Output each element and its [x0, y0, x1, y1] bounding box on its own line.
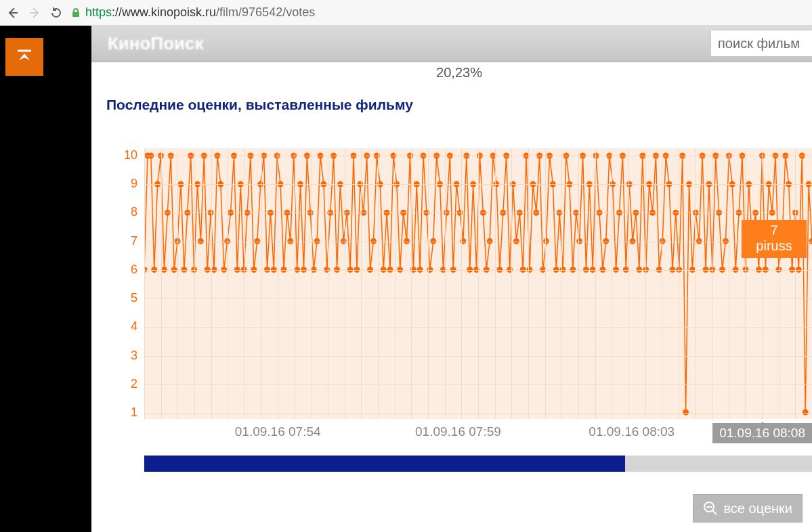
chart-plot-area[interactable]: [144, 148, 812, 419]
reload-button[interactable]: [49, 5, 64, 20]
forward-button[interactable]: [27, 5, 42, 20]
stat-value: 20,23%: [106, 65, 812, 81]
section-heading: Последние оценки, выставленные фильму: [106, 97, 812, 113]
browser-chrome: https://www.kinopoisk.ru/film/976542/vot…: [0, 0, 812, 26]
content: 20,23% Последние оценки, выставленные фи…: [91, 65, 812, 439]
y-tick: 7: [131, 234, 137, 248]
chart-scrub-filled: [144, 456, 625, 472]
back-button[interactable]: [5, 5, 20, 20]
chart[interactable]: 7 piruss 01.09.16 08:08 01.09.16 07:5401…: [106, 148, 812, 439]
site-header: КиноПоиск поиск фильм: [91, 26, 812, 62]
x-tick: 01.09.16 07:54: [235, 424, 321, 439]
y-tick: 10: [124, 148, 137, 162]
left-gutter: [0, 26, 91, 532]
y-tick: 9: [131, 177, 137, 191]
zoom-out-icon: [703, 501, 718, 516]
y-tick: 1: [131, 405, 137, 420]
y-tick: 6: [131, 262, 137, 276]
lock-icon: [70, 7, 81, 18]
site-logo[interactable]: КиноПоиск: [108, 33, 203, 54]
zoom-out-button[interactable]: все оценки: [693, 494, 803, 523]
arrow-left-icon: [6, 6, 20, 20]
zoom-out-label: все оценки: [723, 501, 792, 516]
chart-tooltip: 7 piruss: [742, 220, 807, 258]
x-tick: 01.09.16 08:03: [589, 424, 675, 439]
page: КиноПоиск поиск фильм 20,23% Последние о…: [0, 26, 812, 532]
url-host: ://www.kinopoisk.ru: [112, 5, 216, 19]
tooltip-user: piruss: [748, 238, 800, 254]
search-placeholder: поиск фильм: [718, 36, 800, 51]
x-tick: 01.09.16 07:59: [415, 424, 501, 439]
x-axis-ticks: 01.09.16 07:5401.09.16 07:5901.09.16 08:…: [144, 424, 812, 445]
url-path: /film/976542/votes: [216, 5, 315, 19]
address-bar[interactable]: https://www.kinopoisk.ru/film/976542/vot…: [70, 5, 807, 20]
y-tick: 2: [131, 376, 137, 391]
url-proto: https: [85, 5, 112, 19]
svg-line-207: [712, 510, 717, 514]
main: КиноПоиск поиск фильм 20,23% Последние о…: [91, 26, 812, 532]
search-input[interactable]: поиск фильм: [710, 30, 812, 57]
arrow-up-icon: [14, 47, 35, 67]
arrow-right-icon: [28, 6, 41, 20]
reload-icon: [49, 6, 63, 20]
y-tick: 8: [131, 205, 137, 219]
y-tick: 4: [131, 319, 137, 334]
chart-scrub-slider[interactable]: [144, 456, 812, 472]
tooltip-value: 7: [748, 223, 800, 238]
y-tick: 5: [131, 291, 137, 305]
y-tick: 3: [131, 348, 137, 362]
scroll-to-top-button[interactable]: [5, 38, 43, 76]
svg-rect-2: [72, 12, 79, 17]
